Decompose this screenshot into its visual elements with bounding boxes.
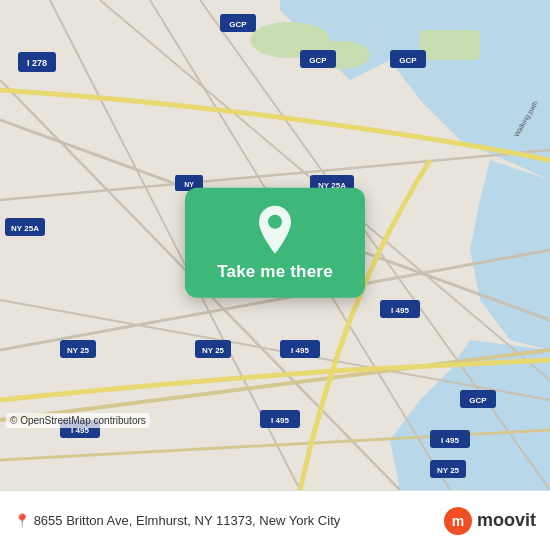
cta-card[interactable]: Take me there — [185, 188, 365, 298]
map-container: I 278 NY 25A NY 25A GCP GCP GCP NY 25 NY… — [0, 0, 550, 490]
copyright-notice: © OpenStreetMap contributors — [6, 413, 150, 428]
address-text: 📍 8655 Britton Ave, Elmhurst, NY 11373, … — [14, 513, 443, 528]
svg-text:I 495: I 495 — [441, 436, 459, 445]
svg-rect-7 — [420, 30, 480, 60]
svg-text:NY 25: NY 25 — [202, 346, 225, 355]
moovit-logo: m moovit — [443, 506, 536, 536]
moovit-brand-text: moovit — [477, 510, 536, 531]
moovit-logo-icon: m — [443, 506, 473, 536]
svg-point-52 — [268, 215, 282, 229]
svg-text:I 495: I 495 — [271, 416, 289, 425]
svg-text:GCP: GCP — [229, 20, 247, 29]
pin-icon-wrapper — [251, 206, 299, 254]
location-pin-icon — [253, 204, 297, 256]
svg-text:NY 25: NY 25 — [437, 466, 460, 475]
cta-label: Take me there — [217, 262, 333, 282]
svg-text:I 278: I 278 — [27, 58, 47, 68]
pin-emoji: 📍 — [14, 513, 30, 528]
svg-text:I 495: I 495 — [391, 306, 409, 315]
svg-text:GCP: GCP — [469, 396, 487, 405]
svg-text:GCP: GCP — [399, 56, 417, 65]
address-label: 8655 Britton Ave, Elmhurst, NY 11373, Ne… — [34, 513, 341, 528]
bottom-bar: 📍 8655 Britton Ave, Elmhurst, NY 11373, … — [0, 490, 550, 550]
svg-text:NY 25A: NY 25A — [11, 224, 39, 233]
svg-text:NY: NY — [184, 181, 194, 188]
svg-text:NY 25: NY 25 — [67, 346, 90, 355]
svg-text:GCP: GCP — [309, 56, 327, 65]
svg-text:I 495: I 495 — [291, 346, 309, 355]
svg-text:m: m — [452, 513, 464, 529]
